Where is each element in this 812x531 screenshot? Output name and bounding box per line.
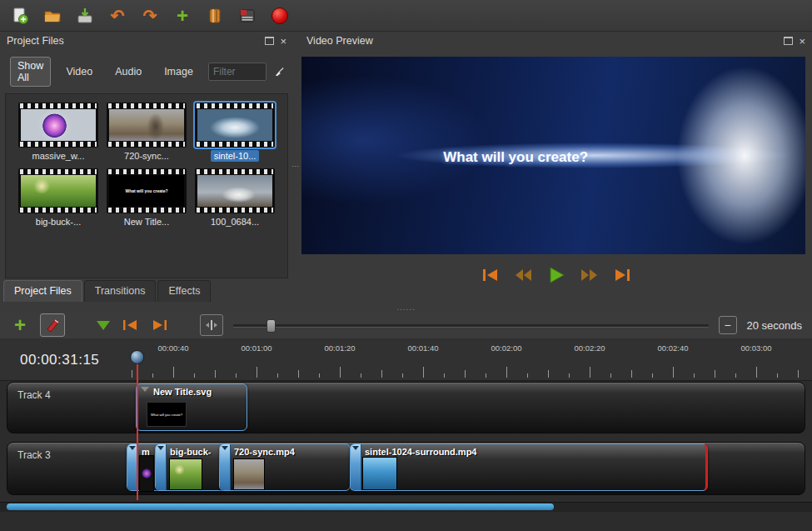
- close-panel-icon[interactable]: ×: [280, 36, 286, 47]
- jump-to-end-button[interactable]: [611, 265, 635, 285]
- export-video-button[interactable]: [237, 6, 257, 26]
- clip-720-sync[interactable]: 720-sync.mp4: [219, 443, 351, 491]
- clip-sintel[interactable]: sintel-1024-surround.mp4: [350, 443, 708, 491]
- video-preview-title: Video Preview: [306, 35, 373, 47]
- file-item-new-title[interactable]: What will you create? New Title...: [102, 168, 191, 228]
- video-preview-panel: Video Preview × What will you create?: [300, 32, 812, 302]
- new-project-button[interactable]: [10, 6, 30, 26]
- clip-trim-handle[interactable]: [220, 444, 231, 490]
- tab-project-files[interactable]: Project Files: [3, 280, 82, 302]
- file-thumbnail: [107, 103, 187, 148]
- file-label: New Title...: [121, 216, 172, 228]
- timeline-scrollbar[interactable]: [0, 502, 812, 512]
- clip-title: New Title.svg: [153, 387, 243, 397]
- video-overlay-text: What will you create?: [301, 149, 730, 166]
- tab-transitions[interactable]: Transitions: [84, 280, 157, 302]
- timeline-ruler[interactable]: 00:00:4000:01:0000:01:2000:01:4000:02:00…: [125, 340, 805, 380]
- file-label: 720-sync...: [121, 150, 172, 162]
- clip-thumbnail: [169, 458, 202, 490]
- clip-title: big-buck-: [170, 447, 222, 457]
- save-icon: [76, 7, 94, 25]
- float-panel-icon[interactable]: [784, 37, 793, 45]
- horizontal-splitter[interactable]: ......: [0, 302, 812, 312]
- snapping-icon: [205, 318, 218, 332]
- filter-tab-audio[interactable]: Audio: [107, 63, 149, 81]
- track-row-3[interactable]: Track 3 m big-buck- 720-sync.mp4 sintel-…: [7, 442, 805, 495]
- import-files-icon: +: [177, 6, 188, 26]
- next-marker-icon: [151, 318, 169, 332]
- file-thumbnail: [18, 168, 98, 213]
- clip-menu-arrow-icon[interactable]: [141, 387, 149, 392]
- open-project-button[interactable]: [42, 6, 62, 26]
- zoom-slider[interactable]: [233, 318, 709, 332]
- track-row-4[interactable]: Track 4 New Title.svg What will you crea…: [7, 382, 805, 433]
- close-panel-icon[interactable]: ×: [799, 36, 805, 47]
- file-item-photo[interactable]: 100_0684...: [191, 168, 279, 228]
- import-files-button[interactable]: +: [172, 6, 192, 26]
- video-preview-header: Video Preview ×: [300, 32, 812, 50]
- file-label: 100_0684...: [207, 216, 262, 228]
- add-track-icon: +: [14, 315, 26, 335]
- next-marker-button[interactable]: [150, 315, 170, 335]
- clip-thumbnail: [233, 458, 265, 490]
- fast-forward-icon: [580, 267, 600, 283]
- jump-to-start-button[interactable]: [478, 265, 501, 285]
- file-thumbnail: [195, 103, 275, 148]
- playhead-handle[interactable]: [130, 350, 144, 364]
- track-label: Track 4: [17, 389, 51, 401]
- project-files-grid: massive_w... 720-sync... sintel-10... bi…: [5, 93, 288, 278]
- rewind-button[interactable]: [511, 265, 535, 285]
- previous-marker-icon: [121, 318, 139, 332]
- undo-icon: ↶: [111, 8, 125, 24]
- play-icon: [546, 266, 566, 284]
- tab-effects[interactable]: Effects: [157, 280, 211, 302]
- zoom-slider-handle[interactable]: [267, 319, 276, 333]
- file-item-big-buck[interactable]: big-buck-...: [14, 168, 102, 228]
- clip-big-buck[interactable]: big-buck-: [155, 443, 227, 491]
- title-thumb-text: What will you create?: [125, 188, 167, 193]
- timeline-scrollbar-thumb[interactable]: [7, 503, 554, 510]
- add-track-button[interactable]: +: [10, 315, 30, 335]
- previous-marker-button[interactable]: [120, 315, 140, 335]
- file-thumbnail: [18, 103, 98, 148]
- zoom-slider-track: [233, 324, 709, 328]
- ruler-ticks: [125, 340, 805, 380]
- add-marker-icon[interactable]: [97, 321, 110, 330]
- filter-tab-video[interactable]: Video: [58, 63, 100, 81]
- filter-tab-show-all[interactable]: Show All: [10, 57, 51, 87]
- filter-input[interactable]: [208, 63, 267, 81]
- transport-controls: [300, 265, 812, 285]
- zoom-out-button[interactable]: −: [719, 316, 737, 334]
- timeline-toolbar: +: [0, 312, 812, 338]
- undo-button[interactable]: ↶: [107, 6, 127, 26]
- fast-forward-button[interactable]: [578, 265, 601, 285]
- playhead-timecode: 00:00:31:15: [20, 352, 99, 368]
- choose-profile-button[interactable]: [205, 6, 225, 26]
- snapping-toggle-button[interactable]: [200, 314, 223, 336]
- clip-thumbnail: [362, 457, 397, 490]
- file-item-massive[interactable]: massive_w...: [14, 103, 102, 162]
- file-item-720-sync[interactable]: 720-sync...: [102, 103, 191, 162]
- razor-tool-button[interactable]: [40, 313, 65, 337]
- save-project-button[interactable]: [75, 6, 95, 26]
- video-frame[interactable]: What will you create?: [301, 57, 805, 254]
- filter-tab-image[interactable]: Image: [157, 63, 201, 81]
- track-label: Track 3: [17, 449, 51, 461]
- openshot-window: ↶ ↷ + Project: [0, 0, 812, 531]
- clear-filter-broom-icon[interactable]: [274, 63, 285, 80]
- clip-trim-handle[interactable]: [156, 444, 167, 490]
- clip-new-title[interactable]: New Title.svg What will you create?: [136, 383, 247, 431]
- record-export-button[interactable]: [270, 6, 290, 26]
- razor-icon: [45, 318, 60, 333]
- record-icon: [271, 8, 288, 24]
- file-label: sintel-10...: [211, 150, 260, 162]
- redo-button[interactable]: ↷: [140, 6, 160, 26]
- file-item-sintel[interactable]: sintel-10...: [191, 103, 279, 162]
- jump-end-icon: [613, 267, 633, 283]
- file-thumbnail: [195, 168, 275, 213]
- clip-trim-handle[interactable]: [351, 444, 361, 490]
- float-panel-icon[interactable]: [265, 37, 274, 45]
- vertical-splitter[interactable]: ⋮: [291, 32, 300, 302]
- play-button[interactable]: [545, 265, 568, 285]
- timeline-ruler-strip[interactable]: 00:00:31:15 00:00:4000:01:0000:01:2000:0…: [0, 338, 812, 381]
